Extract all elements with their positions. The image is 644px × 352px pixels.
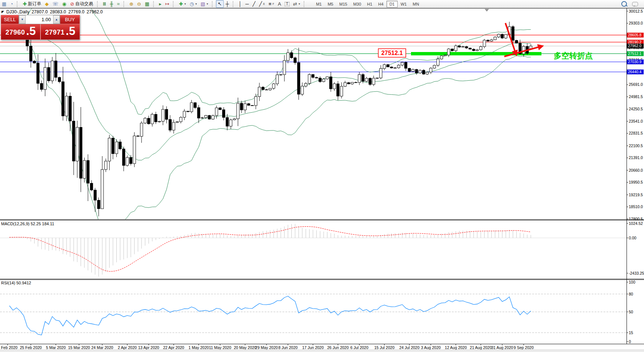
price-level-badge-label: 27962.0 <box>628 44 642 48</box>
autotrading-button[interactable]: ⊘ 自动交易 <box>68 0 95 8</box>
fibonacci-tool-button[interactable]: ≡F <box>267 0 276 8</box>
profiles-button[interactable]: ◔ <box>8 0 15 8</box>
candle-body <box>51 61 54 81</box>
volume-value[interactable]: 1.00 <box>26 15 53 24</box>
toolbar-separator <box>173 1 175 7</box>
candle-body <box>44 67 46 89</box>
tile-windows-button[interactable]: ▦ <box>143 0 151 8</box>
candle-body <box>165 109 168 119</box>
search-icon[interactable] <box>621 1 627 7</box>
candle-body <box>447 49 450 55</box>
volume-decrease-button[interactable]: ▼ <box>19 15 26 24</box>
crosshair-tool-button[interactable]: ┼ <box>224 0 231 8</box>
text-tool-icon: A <box>278 1 281 6</box>
candle-chart-button[interactable]: ╫ <box>108 0 115 8</box>
candle-body <box>255 97 257 106</box>
cursor-tool-button[interactable]: ↖ <box>216 0 224 8</box>
candle-body <box>137 136 139 136</box>
new-order-label: 新订单 <box>28 1 41 7</box>
text-tool-button[interactable]: A <box>276 0 283 8</box>
candle-body <box>76 127 78 161</box>
horizontal-line-tool-button[interactable]: ─ <box>243 0 250 8</box>
candle-body <box>505 35 507 38</box>
new-order-button[interactable]: ✚ 新订单 <box>21 0 43 8</box>
candle-body <box>401 62 404 65</box>
candle-body <box>158 121 161 122</box>
support-band <box>411 52 541 55</box>
timeframe-button-W1[interactable]: W1 <box>398 1 410 7</box>
symbol-period-label: DJ30-,Daily <box>6 9 29 14</box>
price-level-badge-label: 27030.9 <box>628 60 642 64</box>
book-button[interactable]: ◆ <box>43 0 51 8</box>
candle-body <box>204 116 207 118</box>
buy-price[interactable]: 27971 .5 <box>41 24 80 40</box>
sell-price[interactable]: 27960 .5 <box>1 24 41 40</box>
zoom-out-button[interactable]: ⊖ <box>135 0 143 8</box>
channel-letter: E <box>263 3 265 5</box>
date-tick-label: 13 Apr 2020 <box>138 345 159 350</box>
timeframe-button-M5[interactable]: M5 <box>325 1 336 7</box>
toolbar-separator <box>304 1 306 7</box>
timeframe-button-M30[interactable]: M30 <box>350 1 364 7</box>
chart-shift-icon: ↦ <box>165 1 169 6</box>
candle-body <box>251 106 253 106</box>
volume-increase-button[interactable]: ▲ <box>53 15 60 24</box>
auto-scroll-button[interactable]: ▸ <box>157 0 164 8</box>
templates-button[interactable]: ▧ ▾ <box>199 0 210 8</box>
timeframe-button-M1[interactable]: M1 <box>313 1 324 7</box>
timeframe-button-H4[interactable]: H4 <box>375 1 386 7</box>
chat-icon[interactable] <box>632 2 638 6</box>
autotrading-label: 自动交易 <box>75 1 93 7</box>
timeframe-button-D1[interactable]: D1 <box>386 1 398 7</box>
candle-body <box>522 46 525 54</box>
price-tick-label: 21391.0 <box>629 155 643 160</box>
candle-body <box>490 40 493 41</box>
candle-body <box>308 74 311 83</box>
candle-body <box>515 41 518 43</box>
chart-canvas[interactable]: 27512.1多空转折点30012.529303.028572.027862.5… <box>0 8 644 352</box>
text-label-tool-button[interactable]: T <box>283 0 291 8</box>
buy-button[interactable]: BUY <box>60 15 80 24</box>
price-tick-label: 19950.5 <box>629 180 643 184</box>
candle-body <box>333 84 336 89</box>
line-chart-button[interactable]: ≈ <box>115 0 122 8</box>
chart-window-button[interactable]: ▦ <box>0 0 8 8</box>
candle-body <box>176 122 178 122</box>
candle-body <box>426 72 428 74</box>
price-tick-label: 18510.0 <box>629 204 643 209</box>
channel-tool-button[interactable]: ╱E <box>257 0 267 8</box>
candle-body <box>433 65 436 68</box>
date-tick-label: 17 Jun 2020 <box>302 345 324 350</box>
timeframe-button-MN[interactable]: MN <box>410 1 422 7</box>
candle-body <box>472 49 475 51</box>
date-tick-label: 26 Jun 2020 <box>327 345 349 350</box>
candle-body <box>244 104 246 110</box>
zoom-in-button[interactable]: ⊕ <box>127 0 135 8</box>
chart-shift-button[interactable]: ↦ <box>164 0 171 8</box>
vertical-line-tool-button[interactable]: │ <box>237 0 243 8</box>
candle-body <box>362 75 364 81</box>
candle-body <box>155 114 157 122</box>
level-flag-label: 27512.1 <box>381 50 403 56</box>
shapes-tool-button[interactable]: ⇄ ▾ <box>291 0 302 8</box>
candle-body <box>372 78 375 84</box>
candle-body <box>279 75 282 75</box>
toolbar-separator <box>153 1 155 7</box>
sell-button[interactable]: SELL <box>1 15 19 24</box>
trendline-tool-button[interactable]: ╱ <box>251 0 258 8</box>
editor-button[interactable]: ☏ <box>51 0 60 8</box>
candle-body <box>29 46 32 61</box>
candle-body <box>90 183 93 190</box>
indicators-button[interactable]: ✚ ▾ <box>177 0 188 8</box>
bar-chart-button[interactable]: Ⅲ <box>101 0 108 8</box>
date-tick-label: 20 May 2020 <box>234 345 256 350</box>
buy-price-main: 27971 <box>45 25 65 40</box>
date-tick-label: 8 Jun 2020 <box>278 345 298 350</box>
candle-body <box>294 58 297 62</box>
signals-button[interactable]: ◉ <box>60 0 68 8</box>
timeframe-button-M15[interactable]: M15 <box>336 1 350 7</box>
timeframe-button-H1[interactable]: H1 <box>364 1 375 7</box>
periods-button[interactable]: ◷ ▾ <box>188 0 198 8</box>
price-level-badge-label: 28605.8 <box>628 33 642 37</box>
rsi-tick-label: 50 <box>629 310 633 314</box>
